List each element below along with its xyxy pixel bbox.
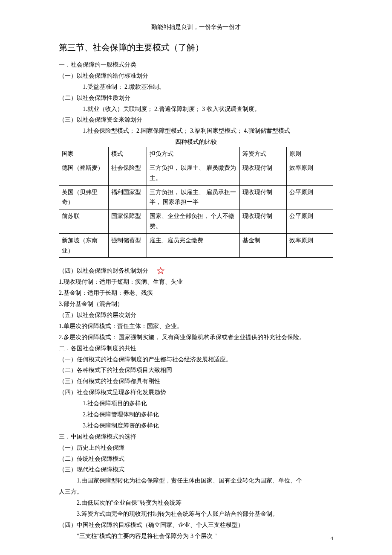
item-1c: （三）以社会保障资金来源划分 <box>59 114 333 125</box>
table-row: 德国（裨斯麦） 社会保险型 三方负担， 以雇主、 雇员缴费为主。 现收现付制 效… <box>59 161 333 186</box>
item-4h: （四）以社会保障的财务机制划分 <box>59 265 148 276</box>
table-row: 国家 模式 担负方式 筹资方式 原则 <box>59 147 333 161</box>
item-4-2: 2.基金制：适用于长期：养老、残疾 <box>59 288 333 299</box>
item-2b: （二）各种模式下的社会保障项目大致相同 <box>59 365 333 376</box>
star-icon <box>157 267 164 275</box>
item-3d: （四）中国社会保障的目标模式（确立国家、企业、个人三支柱模型） <box>59 520 333 531</box>
item-3b: （二）传统社会保障模式 <box>59 453 333 465</box>
table-cell: 福利国家型 <box>108 185 147 209</box>
table-cell: 基金制 <box>240 233 286 258</box>
item-1a1: 1.受益基准制； 2.缴款基准制。 <box>59 81 333 93</box>
table-cell: 效率原则 <box>286 161 333 186</box>
document-page: 勤能补拙是良训，一份辛劳一份才 第三节、社会保障的主要模式（了解） 一．社会保障… <box>0 0 392 555</box>
page-number: 4 <box>331 535 334 542</box>
svg-marker-0 <box>157 267 164 274</box>
table-cell: 前苏联 <box>59 209 109 234</box>
table-header: 原则 <box>286 147 333 161</box>
header-divider <box>59 33 333 33</box>
heading-2: 二．各国社会保障制度的共性 <box>59 343 333 354</box>
item-3c1: 1.由国家保障型转化为社会保障型，责任主体由国家、国有企业转化为国家、单位、个 <box>59 475 333 486</box>
item-4-1: 1.现收现付制：适用于短期：疾病、生育、失业 <box>59 276 333 288</box>
item-4-3: 3.部分基金制（混合制） <box>59 299 333 310</box>
body-content: 一．社会保障的一般模式分类 （一）以社会保障的给付标准划分 1.受益基准制； 2… <box>59 59 333 137</box>
table-header: 担负方式 <box>147 147 240 161</box>
item-5-2: 2.多层次的保障模式： 国家强制实施， 又有商业保险机构承保或者企业提供的补充社… <box>59 332 333 343</box>
heading-1: 一．社会保障的一般模式分类 <box>59 59 333 70</box>
table-header: 筹资方式 <box>240 147 286 161</box>
body-content-2: （四）以社会保障的财务机制划分 1.现收现付制：适用于短期：疾病、生育、失业 2… <box>59 265 333 541</box>
item-3c: （三）现代社会保障模式 <box>59 464 333 475</box>
item-3d1: "三支柱"模式的主要内容是将社会保障分为 3 个层次 " <box>59 531 333 542</box>
item-2d1: 1.社会保障项目的多样化 <box>59 398 333 409</box>
table-caption: 四种模式的比较 <box>59 138 333 146</box>
table-cell: 国家、企业全部负担， 个人不缴费。 <box>147 209 240 234</box>
table-cell: 德国（裨斯麦） <box>59 161 109 186</box>
item-5h: （五）以社会保障的层次划分 <box>59 310 333 321</box>
item-3c3: 3.筹资方式由完全的现收现付制转为社会统筹与个人账户结合的部分基金制。 <box>59 509 333 520</box>
table-cell: 国家保障型 <box>108 209 147 234</box>
item-2d: （四）社会保障模式呈现多样化发展趋势 <box>59 387 333 398</box>
item-2c: （三）任何模式的社会保障都具有刚性 <box>59 376 333 387</box>
item-2d2: 2.社会保障管理体制的多样化 <box>59 409 333 420</box>
comparison-table: 国家 模式 担负方式 筹资方式 原则 德国（裨斯麦） 社会保险型 三方负担， 以… <box>59 147 333 258</box>
item-2d3: 3.社会保障制度筹资的多样化 <box>59 420 333 431</box>
item-3a: （一）历史上的社会保障 <box>59 442 333 453</box>
item-1b1: 1.就业（收入）关联制度； 2.普遍保障制度； 3 收入状况调查制度。 <box>59 104 333 115</box>
table-cell: 现收现付制 <box>240 209 286 234</box>
item-2a: （一）任何模式的社会保障制度的产生都与社会经济发展相适应。 <box>59 354 333 365</box>
table-cell: 新加坡（东南亚） <box>59 233 109 258</box>
item-3c2: 2.由低层次的"企业自保"转变为社会统筹 <box>59 497 333 509</box>
table-cell: 效率原则 <box>286 233 333 258</box>
item-1a: （一）以社会保障的给付标准划分 <box>59 70 333 81</box>
table-row: 英国（贝弗里奇） 福利国家型 三方负担， 以雇主、 雇员承担一半， 国家承担一半… <box>59 185 333 209</box>
table-row: 新加坡（东南亚） 强制储蓄型 雇主、雇员完全缴费 基金制 效率原则 <box>59 233 333 258</box>
table-cell: 雇主、雇员完全缴费 <box>147 233 240 258</box>
table-header: 国家 <box>59 147 109 161</box>
table-cell: 现收现付制 <box>240 161 286 186</box>
table-cell: 英国（贝弗里奇） <box>59 185 109 209</box>
item-1b: （二）以社会保障性质划分 <box>59 93 333 104</box>
table-cell: 现收现付制 <box>240 185 286 209</box>
section-title: 第三节、社会保障的主要模式（了解） <box>59 42 333 53</box>
table-cell: 公平原则 <box>286 209 333 234</box>
heading-3: 三．中国社会保障模式的选择 <box>59 431 333 442</box>
item-1c1: 1.社会保险型模式； 2.国家保障型模式； 3.福利国家型模式； 4.强制储蓄型… <box>59 125 333 137</box>
table-cell: 三方负担， 以雇主、 雇员缴费为主。 <box>147 161 240 186</box>
table-cell: 强制储蓄型 <box>108 233 147 258</box>
table-cell: 三方负担， 以雇主、 雇员承担一半， 国家承担一半 <box>147 185 240 209</box>
table-cell: 公平原则 <box>286 185 333 209</box>
table-header: 模式 <box>108 147 147 161</box>
table-row: 前苏联 国家保障型 国家、企业全部负担， 个人不缴费。 现收现付制 公平原则 <box>59 209 333 234</box>
table-cell: 社会保险型 <box>108 161 147 186</box>
header-motto: 勤能补拙是良训，一份辛劳一份才 <box>59 23 333 31</box>
item-5-1: 1.单层次的保障模式：责任主体：国家、企业。 <box>59 321 333 332</box>
item-3c1b: 人三方。 <box>59 486 333 497</box>
